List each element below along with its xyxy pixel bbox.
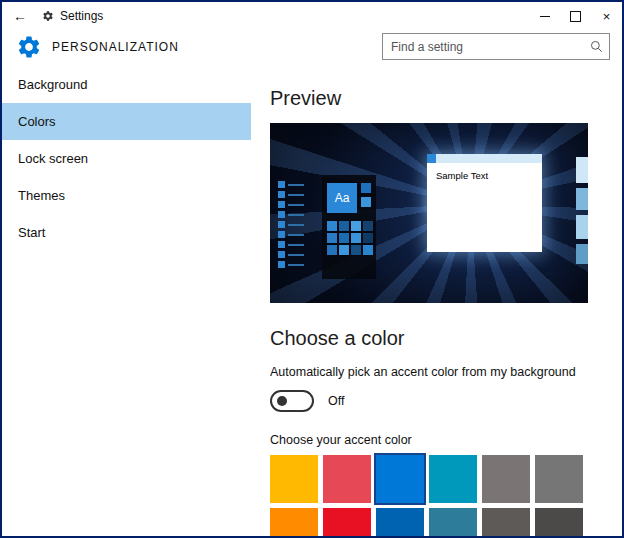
preview-start-tile-aa: Aa xyxy=(327,183,357,213)
settings-window: ← Settings × PERSONALIZATION Background … xyxy=(0,0,624,538)
accent-swatch[interactable] xyxy=(482,455,530,503)
accent-swatch[interactable] xyxy=(376,455,424,503)
main-content: Preview Aa xyxy=(251,64,622,536)
accent-color-grid xyxy=(270,455,590,538)
preview-start-menu: Aa xyxy=(322,175,376,279)
accent-swatch[interactable] xyxy=(429,508,477,538)
titlebar: ← Settings × xyxy=(2,2,622,30)
accent-swatch[interactable] xyxy=(535,508,583,538)
preview-sample-window: Sample Text xyxy=(427,154,542,252)
search-box[interactable] xyxy=(382,33,610,60)
page-title: PERSONALIZATION xyxy=(52,40,179,54)
preview-start-app-list xyxy=(278,181,304,271)
settings-app-icon xyxy=(42,10,54,22)
sidebar-item-colors[interactable]: Colors xyxy=(2,103,251,140)
auto-accent-label: Automatically pick an accent color from … xyxy=(270,365,622,379)
sidebar-item-lock-screen[interactable]: Lock screen xyxy=(2,140,251,177)
accent-swatch[interactable] xyxy=(376,508,424,538)
search-icon xyxy=(589,39,604,54)
close-button[interactable]: × xyxy=(591,2,622,30)
preview-heading: Preview xyxy=(270,87,622,110)
maximize-icon xyxy=(570,11,581,22)
accent-color-label: Choose your accent color xyxy=(270,433,622,447)
accent-swatch[interactable] xyxy=(270,455,318,503)
close-icon: × xyxy=(603,9,611,24)
preview-image: Aa Sample Text xyxy=(270,123,588,303)
toggle-state-label: Off xyxy=(328,394,344,408)
accent-swatch[interactable] xyxy=(323,455,371,503)
page-header: PERSONALIZATION xyxy=(2,30,622,64)
search-button[interactable] xyxy=(583,34,609,59)
sidebar: Background Colors Lock screen Themes Sta… xyxy=(2,64,251,536)
window-title: Settings xyxy=(60,9,103,23)
toggle-knob xyxy=(277,396,287,406)
minimize-icon xyxy=(540,16,550,17)
preview-tile-grid xyxy=(327,221,373,255)
maximize-button[interactable] xyxy=(560,2,591,30)
search-input[interactable] xyxy=(383,40,583,54)
sample-window-accent-square xyxy=(427,154,436,163)
accent-swatch[interactable] xyxy=(482,508,530,538)
sidebar-item-background[interactable]: Background xyxy=(2,66,251,103)
accent-swatch[interactable] xyxy=(535,455,583,503)
choose-color-heading: Choose a color xyxy=(270,327,622,350)
accent-swatch[interactable] xyxy=(323,508,371,538)
accent-swatch[interactable] xyxy=(429,455,477,503)
settings-gear-icon xyxy=(16,34,42,60)
back-button[interactable]: ← xyxy=(2,2,38,30)
sample-window-text: Sample Text xyxy=(427,163,542,181)
accent-swatch[interactable] xyxy=(270,508,318,538)
minimize-button[interactable] xyxy=(529,2,560,30)
auto-accent-toggle[interactable] xyxy=(270,390,314,412)
sample-window-titlebar xyxy=(427,154,542,163)
sidebar-item-start[interactable]: Start xyxy=(2,214,251,251)
preview-edge-tiles xyxy=(576,157,588,269)
sidebar-item-themes[interactable]: Themes xyxy=(2,177,251,214)
